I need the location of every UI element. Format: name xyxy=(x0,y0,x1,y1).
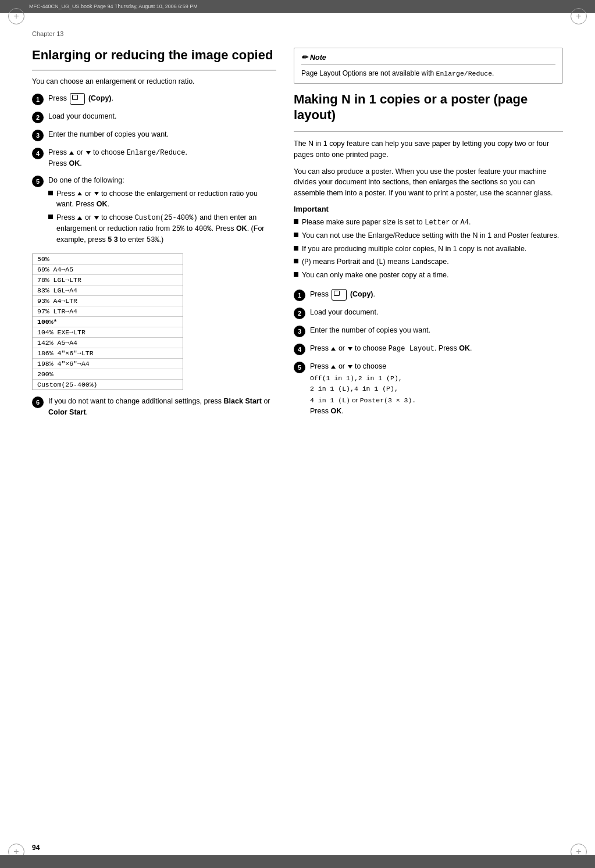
step-1: 1 Press (Copy). xyxy=(32,93,276,105)
step-5-content: Do one of the following: Press or to cho… xyxy=(48,175,276,248)
opt-row-3: 83% LGL→A4 xyxy=(33,285,183,296)
imp-bullet-sq-4 xyxy=(294,259,298,263)
step-5-bullet-2-text: Press or to choose Custom(25-400%) and t… xyxy=(56,212,276,245)
down-arrow-r5 xyxy=(348,365,352,369)
up-arrow-5b xyxy=(77,216,82,220)
right-step-1-content: Press (Copy). xyxy=(310,289,563,301)
right-step-1-copy-label: (Copy) xyxy=(350,290,373,298)
note-title: ✏ Note xyxy=(301,53,555,62)
content-area: Chapter 13 Enlarging or reducing the ima… xyxy=(0,13,595,855)
step-5: 5 Do one of the following: Press or to c… xyxy=(32,175,276,248)
opt-row-12: Custom(25-400%) xyxy=(33,380,183,390)
right-step-circle-5: 5 xyxy=(294,362,305,373)
imp-bullet-sq-2 xyxy=(294,233,298,237)
up-arrow-5a xyxy=(77,192,82,195)
right-intro2: You can also produce a poster. When you … xyxy=(294,166,563,199)
left-section-title: Enlarging or reducing the image copied xyxy=(32,48,276,63)
right-step-circle-3: 3 xyxy=(294,326,305,337)
step-6-content: If you do not want to change additional … xyxy=(48,396,276,418)
imp-bullet-2-text: You can not use the Enlarge/Reduce setti… xyxy=(302,230,559,241)
opt-row-4: 93% A4→LTR xyxy=(33,296,183,306)
right-step-circle-2: 2 xyxy=(294,308,305,319)
file-label: MFC-440CN_UG_US.book Page 94 Thursday, A… xyxy=(29,3,198,9)
bullet-sq-2 xyxy=(48,215,53,219)
opt-row-5: 97% LTR→A4 xyxy=(33,306,183,317)
opt-row-2: 78% LGL→LTR xyxy=(33,275,183,285)
up-arrow-r5 xyxy=(331,365,336,369)
right-steps: 1 Press (Copy). 2 Load your document. xyxy=(294,289,563,417)
imp-bullet-3-text: If you are producing multiple color copi… xyxy=(302,244,526,255)
step-circle-4: 4 xyxy=(32,148,44,159)
up-arrow-4a xyxy=(69,151,74,155)
down-arrow-5b xyxy=(94,216,99,220)
copy-icon-r1 xyxy=(332,289,347,301)
step-2: 2 Load your document. xyxy=(32,111,276,123)
right-step-4-content: Press or to choose Page Layout. Press OK… xyxy=(310,343,563,354)
opt-row-8: 142% A5→A4 xyxy=(33,338,183,348)
step-5-bullets: Press or to choose the enlargement or re… xyxy=(48,188,276,246)
imp-bullet-1-text: Please make sure paper size is set to Le… xyxy=(302,217,471,228)
step-2-content: Load your document. xyxy=(48,111,276,122)
step-circle-2: 2 xyxy=(32,112,44,123)
important-bullet-4: (P) means Portrait and (L) means Landsca… xyxy=(294,256,563,267)
imp-bullet-sq-3 xyxy=(294,246,298,251)
step-5-bullet-2: Press or to choose Custom(25-400%) and t… xyxy=(48,212,276,245)
step-3-content: Enter the number of copies you want. xyxy=(48,129,276,140)
up-arrow-r4 xyxy=(331,347,336,351)
opt-row-1: 69% A4→A5 xyxy=(33,265,183,275)
right-step-3-content: Enter the number of copies you want. xyxy=(310,325,563,336)
note-text: Page Layout Options are not available wi… xyxy=(301,68,555,78)
step-circle-3: 3 xyxy=(32,130,44,141)
imp-bullet-5-text: You can only make one poster copy at a t… xyxy=(302,270,448,281)
down-arrow-r4 xyxy=(348,347,352,351)
opt-row-0: 50% xyxy=(33,254,183,265)
note-divider xyxy=(301,64,555,65)
step-5-bullet-1: Press or to choose the enlargement or re… xyxy=(48,188,276,210)
top-bar: MFC-440CN_UG_US.book Page 94 Thursday, A… xyxy=(0,0,595,13)
right-step-1: 1 Press (Copy). xyxy=(294,289,563,301)
imp-bullet-4-text: (P) means Portrait and (L) means Landsca… xyxy=(302,256,449,267)
step-1-content: Press (Copy). xyxy=(48,93,276,105)
right-section-title: Making N in 1 copies or a poster (page l… xyxy=(294,92,563,123)
left-intro: You can choose an enlargement or reducti… xyxy=(32,76,276,87)
important-bullet-5: You can only make one poster copy at a t… xyxy=(294,270,563,281)
right-step-2: 2 Load your document. xyxy=(294,307,563,319)
right-column: ✏ Note Page Layout Options are not avail… xyxy=(294,48,563,424)
two-column-layout: Enlarging or reducing the image copied Y… xyxy=(32,48,563,424)
opt-row-9: 186% 4"×6"→LTR xyxy=(33,348,183,359)
right-step-circle-1: 1 xyxy=(294,290,305,301)
important-bullet-1: Please make sure paper size is set to Le… xyxy=(294,217,563,228)
right-step-2-content: Load your document. xyxy=(310,307,563,318)
note-box: ✏ Note Page Layout Options are not avail… xyxy=(294,48,563,84)
note-label: Note xyxy=(310,53,326,62)
right-step-circle-4: 4 xyxy=(294,344,305,355)
options-table: 50% 69% A4→A5 78% LGL→LTR 83% LGL→A4 93%… xyxy=(32,253,183,390)
opt-row-10: 198% 4"×6"→A4 xyxy=(33,359,183,369)
copy-icon-1 xyxy=(70,93,85,105)
note-pencil-icon: ✏ xyxy=(301,53,308,62)
page-container: MFC-440CN_UG_US.book Page 94 Thursday, A… xyxy=(0,0,595,868)
step-3: 3 Enter the number of copies you want. xyxy=(32,129,276,141)
chapter-label: Chapter 13 xyxy=(32,30,563,37)
important-label: Important xyxy=(294,205,563,213)
important-bullet-3: If you are producing multiple color copi… xyxy=(294,244,563,255)
important-bullet-2: You can not use the Enlarge/Reduce setti… xyxy=(294,230,563,241)
opt-row-6: 100%* xyxy=(33,317,183,327)
right-title-divider xyxy=(294,131,563,131)
bullet-sq-1 xyxy=(48,191,53,195)
imp-bullet-sq-5 xyxy=(294,272,298,277)
step-6: 6 If you do not want to change additiona… xyxy=(32,396,276,418)
right-step-4: 4 Press or to choose Page Layout. Press … xyxy=(294,343,563,355)
step-4-content: Press or to choose Enlarge/Reduce. Press… xyxy=(48,147,276,169)
step-circle-1: 1 xyxy=(32,94,44,105)
right-step-5-options: Off(1 in 1),2 in 1 (P), 2 in 1 (L),4 in … xyxy=(310,373,563,406)
step-5-bullet-1-text: Press or to choose the enlargement or re… xyxy=(56,188,276,210)
opt-row-11: 200% xyxy=(33,369,183,380)
step-circle-5: 5 xyxy=(32,176,44,187)
down-arrow-5a xyxy=(94,192,99,195)
opt-row-7: 104% EXE→LTR xyxy=(33,327,183,338)
right-step-3: 3 Enter the number of copies you want. xyxy=(294,325,563,337)
down-arrow-4a xyxy=(86,151,91,155)
imp-bullet-sq-1 xyxy=(294,219,298,224)
left-title-divider xyxy=(32,70,276,70)
